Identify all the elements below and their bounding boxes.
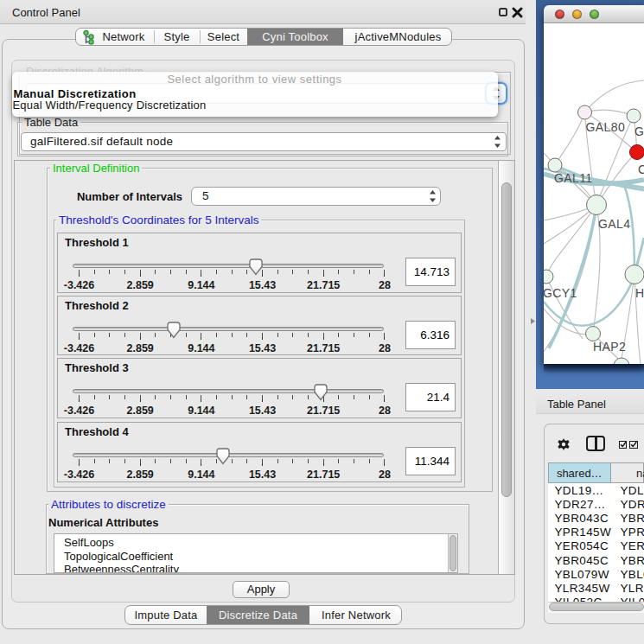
svg-text:GCY1: GCY1 [544, 286, 577, 300]
svg-text:GAL: GAL [634, 124, 644, 138]
svg-text:GAL4: GAL4 [598, 217, 630, 231]
svg-text:HAP2: HAP2 [593, 340, 626, 354]
svg-text:GAL80: GAL80 [586, 120, 626, 134]
svg-text:H: H [635, 286, 644, 300]
svg-text:C: C [638, 163, 644, 176]
svg-text:GAL11: GAL11 [554, 171, 593, 185]
